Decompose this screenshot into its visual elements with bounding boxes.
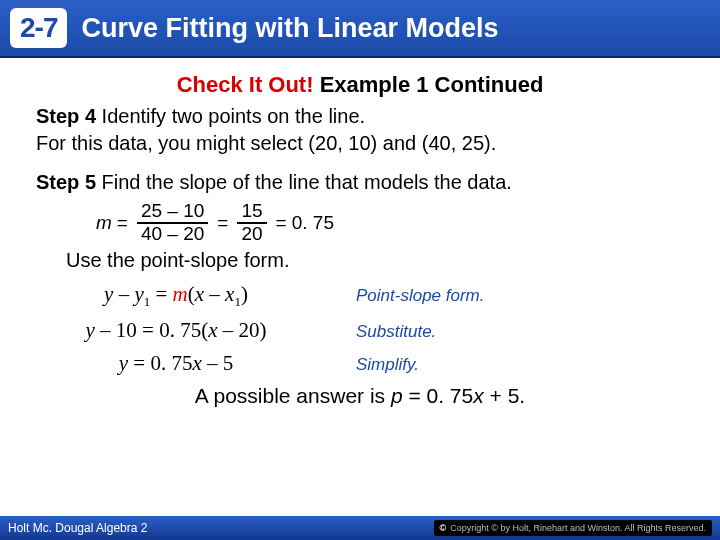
step-4-line-2: For this data, you might select (20, 10)… bbox=[36, 131, 684, 156]
fraction-1: 25 – 10 40 – 20 bbox=[137, 201, 208, 245]
slope-calculation: m = 25 – 10 40 – 20 = 15 20 = 0. 75 bbox=[96, 201, 684, 245]
numerator-2: 15 bbox=[237, 201, 266, 224]
denominator-2: 20 bbox=[237, 224, 266, 245]
step-5-label: Step 5 bbox=[36, 171, 96, 193]
copyright-text: Copyright © by Holt, Rinehart and Winsto… bbox=[450, 523, 706, 533]
equals-2: = bbox=[217, 212, 228, 234]
equals-3: = bbox=[276, 212, 287, 234]
numerator-1: 25 – 10 bbox=[137, 201, 208, 224]
equation-row-1: y – y1 = m(x – x1) Point-slope form. bbox=[36, 282, 684, 310]
final-answer-pre: A possible answer is bbox=[195, 384, 391, 407]
step-4-line-1: Step 4 Identify two points on the line. bbox=[36, 104, 684, 129]
check-it-out-label: Check It Out! bbox=[177, 72, 314, 97]
section-number-badge: 2-7 bbox=[10, 8, 67, 48]
slope-result: 0. 75 bbox=[292, 212, 334, 234]
slide-title: Curve Fitting with Linear Models bbox=[81, 13, 498, 44]
slide-footer: Holt Mc. Dougal Algebra 2 © Copyright © … bbox=[0, 516, 720, 540]
step-5-text: Find the slope of the line that models t… bbox=[96, 171, 512, 193]
step-4-label: Step 4 bbox=[36, 105, 96, 127]
slide-content: Check It Out! Example 1 Continued Step 4… bbox=[0, 58, 720, 408]
equals-1: = bbox=[117, 212, 128, 234]
m-variable: m bbox=[96, 212, 112, 234]
denominator-1: 40 – 20 bbox=[137, 224, 208, 245]
equation-3-right: Simplify. bbox=[316, 355, 419, 375]
copyright-icon: © bbox=[440, 523, 447, 533]
step-4-text-1: Identify two points on the line. bbox=[96, 105, 365, 127]
example-continued-label: Example 1 Continued bbox=[314, 72, 544, 97]
step-5-line: Step 5 Find the slope of the line that m… bbox=[36, 170, 684, 195]
example-subtitle: Check It Out! Example 1 Continued bbox=[36, 72, 684, 98]
use-point-slope-text: Use the point-slope form. bbox=[66, 249, 684, 272]
equation-2-left: y – 10 = 0. 75(x – 20) bbox=[36, 318, 316, 343]
equation-1-left: y – y1 = m(x – x1) bbox=[36, 282, 316, 310]
copyright-badge: © Copyright © by Holt, Rinehart and Wins… bbox=[434, 520, 712, 536]
final-answer: A possible answer is p = 0. 75x + 5. bbox=[36, 384, 684, 408]
equation-2-right: Substitute. bbox=[316, 322, 436, 342]
equation-3-left: y = 0. 75x – 5 bbox=[36, 351, 316, 376]
equation-row-3: y = 0. 75x – 5 Simplify. bbox=[36, 351, 684, 376]
slide-header: 2-7 Curve Fitting with Linear Models bbox=[0, 0, 720, 58]
fraction-2: 15 20 bbox=[237, 201, 266, 245]
equation-1-right: Point-slope form. bbox=[316, 286, 485, 306]
equation-block: y – y1 = m(x – x1) Point-slope form. y –… bbox=[36, 282, 684, 376]
equation-row-2: y – 10 = 0. 75(x – 20) Substitute. bbox=[36, 318, 684, 343]
book-title: Holt Mc. Dougal Algebra 2 bbox=[8, 521, 147, 535]
